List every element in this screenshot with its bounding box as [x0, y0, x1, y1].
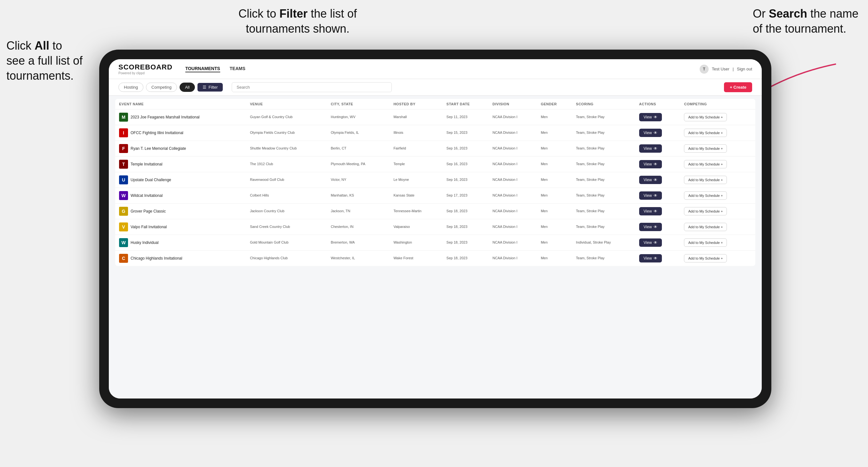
division: NCAA Division I: [493, 115, 518, 119]
col-division: DIVISION: [489, 99, 537, 110]
table-row: M 2023 Joe Feaganes Marshall Invitationa…: [115, 110, 755, 125]
venue: Colbert Hills: [250, 193, 269, 197]
add-schedule-button[interactable]: Add to My Schedule +: [684, 176, 727, 184]
col-city-state: CITY, STATE: [327, 99, 390, 110]
scoring: Team, Stroke Play: [576, 115, 604, 119]
table-row: C Chicago Highlands Invitational Chicago…: [115, 251, 755, 266]
annotation-top-center: Click to Filter the list of tournaments …: [205, 6, 391, 36]
view-button[interactable]: View 👁: [639, 223, 662, 231]
divider: |: [733, 67, 734, 71]
table-container: EVENT NAME VENUE CITY, STATE HOSTED BY S…: [109, 96, 762, 399]
table-row: U Upstate Dual Challenge Ravenwood Golf …: [115, 172, 755, 188]
view-button[interactable]: View 👁: [639, 239, 662, 247]
event-name: Grover Page Classic: [131, 209, 166, 214]
view-button[interactable]: View 👁: [639, 160, 662, 168]
hosted-by: Kansas State: [393, 193, 414, 197]
event-name: Upstate Dual Challenge: [131, 178, 171, 182]
hosted-by: Marshall: [393, 115, 407, 119]
table-row: V Valpo Fall Invitational Sand Creek Cou…: [115, 219, 755, 235]
table-row: T Temple Invitational The 1912 Club Plym…: [115, 157, 755, 172]
start-date: Sep 18, 2023: [446, 209, 467, 213]
table-row: G Grover Page Classic Jackson Country Cl…: [115, 204, 755, 219]
col-event-name: EVENT NAME: [115, 99, 246, 110]
eye-icon: 👁: [654, 193, 657, 198]
tab-competing[interactable]: Competing: [146, 83, 177, 92]
view-button[interactable]: View 👁: [639, 144, 662, 153]
gender: Men: [541, 193, 548, 197]
hosted-by: Temple: [393, 162, 405, 166]
event-name: Husky Individual: [131, 240, 158, 245]
venue: Jackson Country Club: [250, 209, 284, 213]
eye-icon: 👁: [654, 225, 657, 229]
add-schedule-button[interactable]: Add to My Schedule +: [684, 144, 727, 153]
view-button[interactable]: View 👁: [639, 191, 662, 200]
eye-icon: 👁: [654, 162, 657, 166]
start-date: Sep 16, 2023: [446, 162, 467, 166]
gender: Men: [541, 209, 548, 213]
event-name: Valpo Fall Invitational: [131, 225, 167, 229]
eye-icon: 👁: [654, 146, 657, 151]
event-name: Temple Invitational: [131, 162, 162, 166]
view-button[interactable]: View 👁: [639, 176, 662, 184]
division: NCAA Division I: [493, 256, 518, 260]
add-schedule-button[interactable]: Add to My Schedule +: [684, 129, 727, 137]
table-row: W Wildcat Invitational Colbert Hills Man…: [115, 188, 755, 204]
col-competing: COMPETING: [680, 99, 755, 110]
search-input[interactable]: [232, 82, 392, 92]
team-logo: F: [119, 144, 128, 153]
tab-hosting[interactable]: Hosting: [118, 83, 144, 92]
view-button[interactable]: View 👁: [639, 254, 662, 262]
add-schedule-button[interactable]: Add to My Schedule +: [684, 254, 727, 262]
start-date: Sep 18, 2023: [446, 225, 467, 228]
team-logo: G: [119, 207, 128, 216]
filter-button[interactable]: ☰ Filter: [197, 83, 223, 92]
team-logo: I: [119, 128, 128, 137]
start-date: Sep 15, 2023: [446, 131, 467, 134]
hosted-by: Wake Forest: [393, 256, 413, 260]
tab-all[interactable]: All: [180, 83, 195, 92]
logo: SCOREBOARD Powered by clippd: [118, 63, 173, 75]
start-date: Sep 18, 2023: [446, 256, 467, 260]
venue: Ravenwood Golf Club: [250, 178, 284, 182]
division: NCAA Division I: [493, 193, 518, 197]
add-schedule-button[interactable]: Add to My Schedule +: [684, 160, 727, 168]
venue: Guyan Golf & Country Club: [250, 115, 292, 119]
venue: Shuttle Meadow Country Club: [250, 146, 297, 150]
gender: Men: [541, 256, 548, 260]
view-button[interactable]: View 👁: [639, 129, 662, 137]
eye-icon: 👁: [654, 240, 657, 245]
view-button[interactable]: View 👁: [639, 113, 662, 121]
eye-icon: 👁: [654, 115, 657, 119]
gender: Men: [541, 178, 548, 182]
nav-teams[interactable]: TEAMS: [230, 66, 246, 72]
nav-tournaments[interactable]: TOURNAMENTS: [185, 66, 220, 72]
add-schedule-button[interactable]: Add to My Schedule +: [684, 191, 727, 200]
division: NCAA Division I: [493, 225, 518, 228]
tablet-frame: SCOREBOARD Powered by clippd TOURNAMENTS…: [99, 50, 771, 408]
scoring: Individual, Stroke Play: [576, 240, 611, 244]
table-row: W Husky Individual Gold Mountain Golf Cl…: [115, 235, 755, 251]
col-scoring: SCORING: [572, 99, 635, 110]
logo-text: SCOREBOARD: [118, 63, 173, 71]
scoring: Team, Stroke Play: [576, 256, 604, 260]
scoring: Team, Stroke Play: [576, 193, 604, 197]
event-name: Chicago Highlands Invitational: [131, 256, 182, 260]
team-logo: C: [119, 254, 128, 263]
division: NCAA Division I: [493, 209, 518, 213]
start-date: Sep 18, 2023: [446, 240, 467, 244]
event-name: Ryan T. Lee Memorial Collegiate: [131, 146, 186, 151]
hosted-by: Valparaiso: [393, 225, 410, 228]
add-schedule-button[interactable]: Add to My Schedule +: [684, 207, 727, 215]
annotation-top-left: Click All to see a full list of tourname…: [6, 38, 83, 83]
create-button[interactable]: + Create: [724, 82, 752, 92]
header-right: T Test User | Sign out: [700, 65, 752, 73]
city-state: Plymouth Meeting, PA: [331, 162, 365, 166]
add-schedule-button[interactable]: Add to My Schedule +: [684, 239, 727, 247]
add-schedule-button[interactable]: Add to My Schedule +: [684, 223, 727, 231]
view-button[interactable]: View 👁: [639, 207, 662, 215]
add-schedule-button[interactable]: Add to My Schedule +: [684, 113, 727, 121]
filter-icon: ☰: [203, 85, 207, 90]
app-header: SCOREBOARD Powered by clippd TOURNAMENTS…: [109, 59, 762, 79]
signout-link[interactable]: Sign out: [737, 67, 752, 71]
city-state: Jackson, TN: [331, 209, 350, 213]
